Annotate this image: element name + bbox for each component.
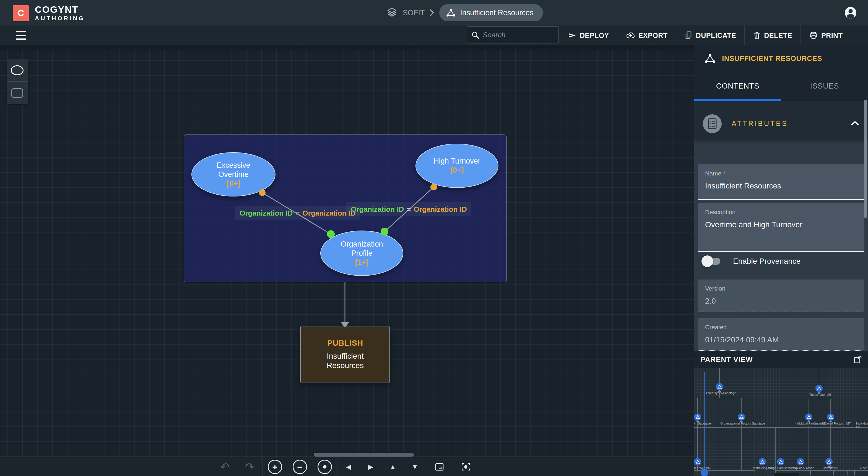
canvas-top-shade [0, 46, 694, 53]
tab-issues[interactable]: ISSUES [781, 71, 868, 101]
minimap-node[interactable] [759, 458, 766, 465]
constraint-right-field: Organization ID [414, 205, 467, 213]
redo-button[interactable]: ↷ [237, 458, 262, 476]
print-button[interactable]: PRINT [801, 26, 851, 46]
minimap-horizontal-scrollbar[interactable] [774, 473, 799, 476]
canvas-horizontal-scrollbar[interactable] [314, 453, 414, 457]
zoom-in-button[interactable]: + [262, 458, 287, 476]
pan-up-icon: ▲ [390, 463, 396, 471]
minimap-node[interactable] [738, 413, 745, 421]
description-value: Overtime and High Turnover [705, 220, 857, 229]
publish-node[interactable]: PUBLISH Insufficient Resources [301, 327, 390, 383]
duplicate-button[interactable]: DUPLICATE [676, 26, 745, 46]
center-selection-button[interactable] [453, 458, 479, 476]
tab-contents[interactable]: CONTENTS [694, 71, 781, 101]
edge-constraint-label[interactable]: Organization ID=Organization ID [346, 202, 471, 216]
minimap-node[interactable] [805, 413, 812, 421]
breadcrumb-current: Insufficient Resources [460, 8, 534, 17]
minimap-node[interactable] [716, 383, 723, 390]
center-selection-icon [461, 462, 471, 472]
output-port[interactable] [430, 184, 437, 190]
minimap-node[interactable] [777, 458, 784, 465]
layers-icon [386, 7, 398, 18]
pan-down-icon: ▼ [412, 463, 418, 471]
fit-view-icon [435, 462, 444, 472]
breadcrumb-project[interactable]: SOFIT [403, 8, 425, 17]
pan-right-button[interactable]: ▶ [360, 458, 382, 476]
palette-container-tool[interactable] [7, 81, 28, 104]
constraint-operator: = [293, 209, 302, 217]
print-printer-icon [809, 31, 818, 39]
top-header: C COGYNT AUTHORING SOFIT Insufficient Re… [0, 0, 868, 26]
created-value: 01/15/2024 09:49 AM [705, 335, 857, 344]
sidebar-scrollbar[interactable] [864, 100, 867, 218]
minimap-node-label: ThreatType--UIT [797, 393, 844, 396]
minimap-node[interactable] [826, 458, 833, 465]
menu-hamburger-button[interactable] [16, 31, 26, 40]
zoom-out-button[interactable]: − [287, 458, 312, 476]
required-asterisk: * [723, 170, 725, 177]
pan-left-button[interactable]: ◀ [338, 458, 360, 476]
input-port[interactable] [381, 228, 389, 236]
constraint-operator: = [404, 205, 413, 213]
description-field[interactable]: Description Overtime and High Turnover [698, 203, 864, 252]
pan-up-button[interactable]: ▲ [382, 458, 404, 476]
breadcrumb-current-pill[interactable]: Insufficient Resources [439, 4, 543, 21]
undo-button[interactable]: ↶ [212, 458, 237, 476]
deploy-icon [567, 31, 577, 39]
output-port[interactable] [259, 189, 266, 196]
node-cardinality: [0+] [227, 179, 240, 188]
minimap-node[interactable] [694, 458, 701, 465]
provenance-toggle[interactable] [703, 258, 720, 265]
input-port[interactable] [327, 230, 335, 238]
sidebar-header: INSUFFICIENT RESOURCES [694, 46, 868, 71]
chevron-right-icon [430, 9, 434, 16]
minimap-node[interactable] [797, 458, 804, 465]
minimap-node-label: Individual Fa [856, 422, 868, 428]
enable-provenance-row: Enable Provenance [703, 251, 801, 271]
palette-event-node-tool[interactable] [7, 59, 28, 81]
delete-trash-icon [753, 31, 761, 40]
created-field: Created 01/15/2024 09:49 AM [698, 318, 864, 351]
sidebar-tabs: CONTENTS ISSUES [694, 71, 868, 101]
attributes-section-title: ATTRIBUTES [732, 120, 788, 127]
pan-down-button[interactable]: ▼ [404, 458, 426, 476]
details-sidebar: INSUFFICIENT RESOURCES CONTENTS ISSUES A… [694, 46, 868, 476]
open-in-new-icon[interactable] [854, 355, 862, 364]
constraint-left-field: Organization ID [351, 205, 404, 213]
event-node-high-turnover[interactable]: High Turnover [0+] [415, 144, 498, 188]
duplicate-label: DUPLICATE [696, 32, 736, 39]
export-button[interactable]: EXPORT [617, 26, 676, 46]
version-field: Version 2.0 [698, 279, 864, 312]
node-label: High Turnover [433, 157, 480, 166]
tab-contents-label: CONTENTS [716, 82, 760, 90]
search-icon [471, 31, 479, 39]
parent-view-minimap[interactable]: ThreatType--Sabotage Factor--Sabotage Or… [694, 368, 868, 476]
pan-right-icon: ▶ [368, 463, 373, 471]
user-avatar[interactable] [844, 6, 857, 19]
minimap-node[interactable] [827, 413, 834, 421]
diagram-canvas[interactable]: Excessive Overtime [0+] High Turnover [0… [0, 46, 694, 476]
minimap-node[interactable] [815, 385, 823, 392]
provenance-toggle-label: Enable Provenance [733, 257, 801, 266]
delete-button[interactable]: DELETE [745, 26, 801, 46]
logo-subtitle: AUTHORING [35, 15, 85, 22]
zoom-in-icon: + [268, 460, 282, 474]
edge-constraint-label[interactable]: Organization ID=Organization ID [235, 206, 360, 220]
zoom-reset-button[interactable]: • [312, 458, 337, 476]
version-value: 2.0 [705, 297, 857, 305]
node-label: Organization Profile [330, 240, 393, 258]
minimap-node[interactable] [694, 413, 701, 421]
name-field[interactable]: Name* Insufficient Resources [698, 165, 864, 200]
name-value: Insufficient Resources [705, 182, 857, 190]
breadcrumb: SOFIT Insufficient Resources [386, 0, 543, 26]
minimap-node-label: ThreatType--Sabotage [698, 391, 744, 395]
deploy-button[interactable]: DEPLOY [559, 26, 617, 46]
minimap-node-label: Factor--Sabotage [694, 422, 722, 425]
search-input[interactable] [482, 30, 555, 39]
minimap-node-label: Reco [860, 466, 867, 470]
fit-view-button[interactable] [426, 458, 453, 476]
print-label: PRINT [821, 32, 843, 39]
collapse-chevron-up-icon[interactable] [851, 121, 859, 126]
undo-icon: ↶ [220, 461, 229, 472]
